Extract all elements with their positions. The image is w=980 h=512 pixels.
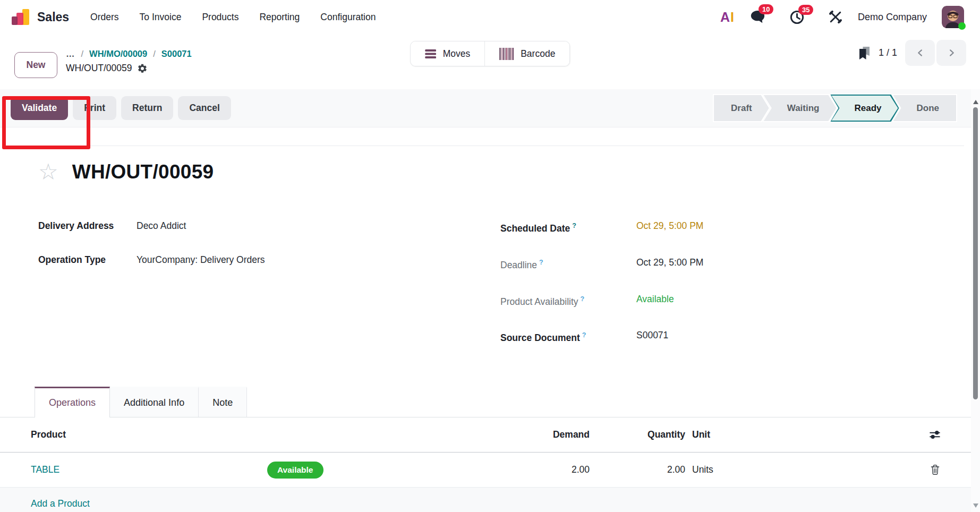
demand-cell[interactable]: 2.00 (368, 464, 590, 475)
add-line-row: Add a Product (0, 488, 980, 512)
control-panel-breadcrumb-row: New … / WH/MO/00009 / S00071 WH/OUT/0005… (0, 34, 980, 89)
cancel-button[interactable]: Cancel (178, 96, 231, 120)
product-availability-value: Available (636, 289, 674, 309)
menu-to-invoice[interactable]: To Invoice (140, 12, 182, 23)
barcode-button[interactable]: Barcode (485, 41, 569, 66)
form-fields: Delivery Address Deco Addict Operation T… (0, 216, 980, 362)
pager: 1 / 1 (858, 40, 966, 66)
vertical-scrollbar[interactable] (971, 89, 980, 512)
statusbar: Draft Waiting Ready Done (713, 94, 957, 122)
deadline-label: Deadline? (470, 253, 636, 275)
quantity-cell[interactable]: 2.00 (590, 464, 685, 475)
app-name[interactable]: Sales (37, 10, 69, 24)
gear-icon[interactable] (137, 63, 148, 74)
record-action-buttons: Validate Print Return Cancel (11, 96, 231, 120)
optional-columns-icon[interactable] (928, 429, 941, 440)
scrollbar-down-arrow-icon[interactable] (973, 504, 978, 508)
operation-type-label: Operation Type (38, 250, 137, 269)
status-step-draft[interactable]: Draft (713, 94, 770, 122)
record-title: WH/OUT/00059 (72, 161, 214, 183)
tab-operations[interactable]: Operations (35, 387, 110, 417)
breadcrumb: … / WH/MO/00009 / S00071 WH/OUT/00059 (66, 49, 192, 74)
ai-icon[interactable]: AI (720, 10, 735, 25)
pager-counter: 1 / 1 (879, 47, 897, 58)
add-a-product-link[interactable]: Add a Product (31, 498, 90, 509)
breadcrumb-overflow-menu[interactable]: … (66, 49, 75, 59)
menu-reporting[interactable]: Reporting (259, 12, 300, 23)
source-document-value[interactable]: S00071 (636, 326, 668, 345)
deadline-value[interactable]: Oct 29, 5:00 PM (636, 253, 703, 272)
chevron-left-icon (916, 48, 924, 57)
scheduled-date-label: Scheduled Date? (470, 216, 636, 238)
help-question-icon: ? (539, 259, 543, 266)
breadcrumb-separator: / (81, 49, 84, 59)
scrollbar-thumb[interactable] (973, 107, 978, 399)
field-source-document: Source Document? S00071 (470, 326, 703, 347)
delete-row-trash-icon[interactable] (930, 464, 940, 475)
scrollbar-up-arrow-icon[interactable] (973, 100, 978, 104)
operations-table-header: Product Demand Quantity Unit (0, 417, 980, 453)
odoo-app-logo-icon[interactable] (11, 8, 31, 26)
status-step-ready-active[interactable]: Ready (830, 94, 899, 122)
menu-products[interactable]: Products (202, 12, 238, 23)
barcode-icon (499, 48, 514, 60)
navbar-systray: AI 10 35 Demo Company (720, 6, 964, 28)
messages-icon[interactable]: 10 (749, 9, 766, 25)
moves-label: Moves (443, 48, 471, 59)
status-step-label: Draft (731, 103, 752, 114)
list-icon (425, 49, 436, 58)
menu-orders[interactable]: Orders (90, 12, 118, 23)
activities-icon[interactable]: 35 (789, 10, 805, 25)
company-switcher[interactable]: Demo Company (858, 12, 927, 23)
online-status-dot (958, 22, 966, 30)
top-navbar: Sales Orders To Invoice Products Reporti… (0, 0, 980, 34)
tools-icon[interactable] (828, 10, 843, 24)
breadcrumb-link-so[interactable]: S00071 (161, 49, 192, 59)
return-button[interactable]: Return (121, 96, 173, 120)
unit-cell: Units (685, 464, 749, 475)
breadcrumb-current-record: WH/OUT/00059 (66, 63, 132, 74)
user-avatar[interactable] (942, 6, 964, 28)
field-deadline: Deadline? Oct 29, 5:00 PM (470, 253, 703, 275)
delivery-address-label: Delivery Address (38, 216, 137, 235)
breadcrumb-link-mo[interactable]: WH/MO/00009 (89, 49, 147, 59)
validate-button[interactable]: Validate (11, 96, 68, 120)
status-step-label: Ready (854, 103, 881, 114)
availability-badge: Available (267, 462, 323, 479)
field-delivery-address: Delivery Address Deco Addict (38, 216, 470, 235)
field-product-availability: Product Availability? Available (470, 289, 703, 311)
menu-configuration[interactable]: Configuration (320, 12, 376, 23)
barcode-label: Barcode (521, 48, 555, 59)
product-availability-label: Product Availability? (470, 289, 636, 311)
help-question-icon: ? (581, 295, 585, 303)
bookmark-icon[interactable] (858, 46, 871, 60)
view-switcher: Moves Barcode (410, 41, 570, 66)
source-document-label: Source Document? (470, 326, 636, 347)
column-header-unit: Unit (685, 429, 749, 440)
form-sheet: ☆ WH/OUT/00059 Delivery Address Deco Add… (0, 127, 980, 512)
status-step-label: Done (917, 103, 940, 114)
status-step-waiting[interactable]: Waiting (763, 94, 838, 122)
scheduled-date-value[interactable]: Oct 29, 5:00 PM (636, 216, 703, 235)
new-button[interactable]: New (14, 52, 57, 78)
product-link[interactable]: TABLE (31, 464, 59, 475)
print-button[interactable]: Print (73, 96, 116, 120)
status-step-label: Waiting (787, 103, 820, 114)
chevron-right-icon (948, 48, 956, 57)
tab-note[interactable]: Note (199, 387, 247, 417)
main-menu: Orders To Invoice Products Reporting Con… (90, 12, 376, 23)
moves-button[interactable]: Moves (411, 41, 485, 66)
pager-previous-button[interactable] (905, 40, 935, 66)
breadcrumb-separator: / (153, 49, 156, 59)
tab-additional-info[interactable]: Additional Info (110, 387, 199, 417)
pager-next-button[interactable] (936, 40, 966, 66)
notebook-tabs: Operations Additional Info Note (0, 387, 980, 417)
operation-type-value[interactable]: YourCompany: Delivery Orders (137, 250, 265, 269)
sheet-top-border (16, 127, 964, 146)
delivery-address-value[interactable]: Deco Addict (137, 216, 186, 235)
status-step-done[interactable]: Done (892, 94, 958, 122)
favorite-star-icon[interactable]: ☆ (38, 161, 58, 183)
field-scheduled-date: Scheduled Date? Oct 29, 5:00 PM (470, 216, 703, 238)
help-question-icon: ? (582, 331, 586, 339)
form-status-band: Validate Print Return Cancel Draft Waiti… (0, 89, 980, 127)
